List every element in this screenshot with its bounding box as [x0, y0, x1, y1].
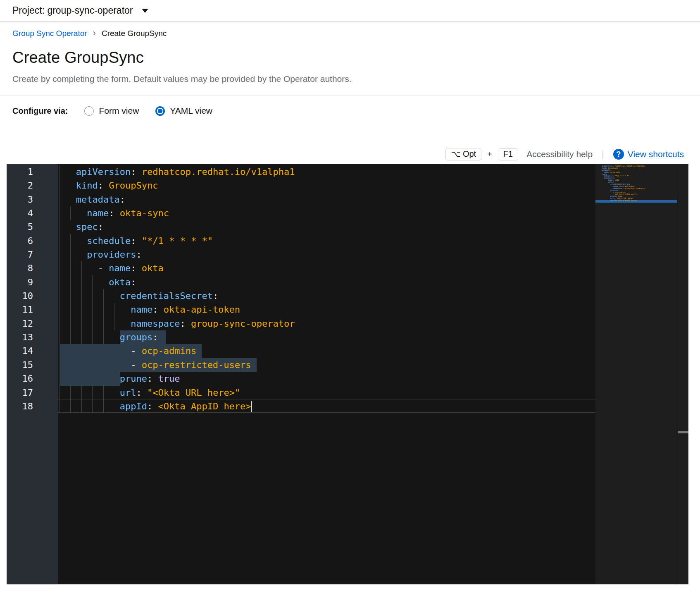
code-line[interactable]: providers:	[58, 248, 595, 261]
line-number: 9	[7, 275, 33, 289]
code-line[interactable]: credentialsSecret:	[58, 289, 595, 303]
code-line[interactable]: name: okta-api-token	[58, 303, 595, 316]
overview-ruler[interactable]	[677, 164, 688, 584]
editor-toolbar: ⌥ Opt + F1 Accessibility help | ? View s…	[0, 147, 684, 162]
breadcrumb-link-operator[interactable]: Group Sync Operator	[12, 29, 87, 38]
text-cursor	[251, 401, 252, 412]
project-label: Project: group-sync-operator	[12, 5, 133, 16]
code-line[interactable]: - ocp-admins	[58, 344, 595, 358]
toolbar-divider: |	[602, 149, 604, 160]
code-line[interactable]: - ocp-restricted-users	[58, 358, 595, 372]
line-number: 3	[7, 193, 33, 206]
line-number: 16	[7, 372, 33, 385]
code-line[interactable]: name: okta-sync	[58, 206, 595, 220]
breadcrumb-current: Create GroupSync	[102, 29, 167, 38]
radio-unchecked-icon[interactable]	[84, 106, 94, 116]
project-selector[interactable]: Project: group-sync-operator	[0, 0, 700, 22]
page-header: Create GroupSync Create by completing th…	[0, 44, 700, 84]
minimap-lines: apiVersion: redhatcop.redhat.io/v1alpha1…	[598, 165, 645, 202]
accessibility-help-link[interactable]: Accessibility help	[526, 149, 593, 159]
overview-ruler-cursor-marker	[678, 431, 688, 433]
line-number: 4	[7, 206, 33, 220]
radio-yaml-view-label: YAML view	[170, 106, 212, 116]
code-line[interactable]: groups:	[58, 330, 595, 344]
line-number: 1	[7, 165, 33, 179]
code-line[interactable]: okta:	[58, 275, 595, 289]
project-value: group-sync-operator	[47, 5, 133, 16]
yaml-editor[interactable]: 123456789101112131415161718 apiVersion: …	[7, 164, 688, 585]
line-numbers: 123456789101112131415161718	[7, 165, 33, 413]
code-line[interactable]: prune: true	[58, 372, 595, 385]
line-number: 18	[7, 399, 33, 413]
code-line[interactable]: apiVersion: redhatcop.redhat.io/v1alpha1	[58, 165, 595, 179]
line-number: 2	[7, 179, 33, 192]
editor-minimap[interactable]: apiVersion: redhatcop.redhat.io/v1alpha1…	[595, 164, 677, 584]
code-line[interactable]: metadata:	[58, 193, 595, 206]
editor-lines[interactable]: apiVersion: redhatcop.redhat.io/v1alpha1…	[58, 165, 595, 413]
line-number: 7	[7, 248, 33, 261]
line-number: 15	[7, 358, 33, 372]
radio-yaml-view[interactable]: YAML view	[155, 106, 212, 116]
line-number: 6	[7, 234, 33, 248]
code-line[interactable]: - name: okta	[58, 261, 595, 275]
breadcrumb: Group Sync Operator › Create GroupSync	[0, 22, 700, 44]
line-number: 12	[7, 317, 33, 330]
line-number: 13	[7, 330, 33, 344]
divider	[0, 126, 700, 126]
code-line[interactable]: spec:	[58, 220, 595, 234]
help-circle-icon: ?	[613, 149, 624, 160]
keycap-opt: ⌥ Opt	[445, 148, 481, 160]
code-line[interactable]: appId: <Okta AppID here>	[58, 399, 595, 413]
chevron-down-icon	[142, 9, 148, 13]
line-number: 14	[7, 344, 33, 358]
keycap-f1: F1	[498, 148, 518, 160]
radio-checked-icon[interactable]	[155, 106, 165, 116]
line-number: 5	[7, 220, 33, 234]
view-shortcuts-label: View shortcuts	[628, 149, 684, 159]
line-number: 11	[7, 303, 33, 316]
code-line[interactable]: kind: GroupSync	[58, 179, 595, 192]
radio-form-view-label: Form view	[99, 106, 139, 116]
view-shortcuts-link[interactable]: ? View shortcuts	[613, 149, 684, 160]
page-description: Create by completing the form. Default v…	[12, 74, 688, 84]
editor-gutter: 123456789101112131415161718	[7, 164, 58, 584]
code-line[interactable]: namespace: group-sync-operator	[58, 317, 595, 330]
line-number: 10	[7, 289, 33, 303]
page-title: Create GroupSync	[12, 49, 688, 67]
radio-form-view[interactable]: Form view	[84, 106, 139, 116]
code-line[interactable]: schedule: "*/1 * * * *"	[58, 234, 595, 248]
plus-sign: +	[487, 150, 492, 159]
line-number: 17	[7, 386, 33, 399]
line-number: 8	[7, 261, 33, 275]
code-line[interactable]: url: "<Okta URL here>"	[58, 386, 595, 399]
breadcrumb-separator-icon: ›	[93, 29, 96, 38]
configure-via-label: Configure via:	[12, 106, 68, 116]
configure-via-group: Configure via: Form view YAML view	[0, 96, 700, 126]
